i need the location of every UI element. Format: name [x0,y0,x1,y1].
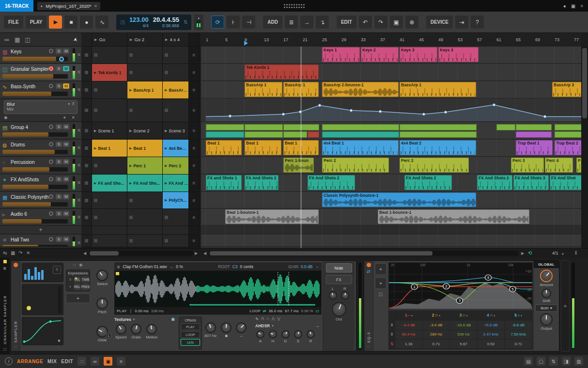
fx-tab[interactable]: FX [326,275,352,284]
record-arm-button[interactable] [49,211,53,216]
spread-icon[interactable]: ⇔ [315,264,320,269]
clip-slot[interactable]: ▶Scene 3 [163,122,189,140]
expr-pres[interactable]: PRES [81,284,90,290]
clip-slot[interactable] [127,64,163,81]
tap-tempo-icon[interactable]: ⇅ [184,20,187,25]
solo-button[interactable]: S [56,194,62,199]
play-start-value[interactable]: 0.00 ms [135,309,148,313]
grain-shape-icon[interactable]: ∩ [266,317,269,321]
expr-x[interactable]: X [67,276,73,283]
clip-stop-cell[interactable] [81,64,92,81]
launcher-stop-all-cell[interactable] [81,33,92,47]
eq5-device[interactable]: ⇄ EQ-5 ∷ + + ◫ 201001k10k+10-10-2012345 … [364,260,559,352]
position-beats[interactable]: 20.4.4.55 [153,16,179,23]
track-menu-icon[interactable]: ≡ [77,162,80,168]
glide-mode-badge[interactable]: L [106,333,111,338]
clip-slot[interactable] [163,64,189,81]
close-icon[interactable]: × [580,3,583,9]
ruler-tick[interactable]: 17 [283,37,288,42]
tempo-display[interactable]: 123.00 4/4 [129,16,149,28]
tempo-value[interactable]: 123.00 [129,16,149,23]
record-arm-button[interactable] [49,177,53,181]
ruler-tick[interactable]: 69 [535,37,540,42]
punch-in-button[interactable]: ⊦ [227,16,240,29]
ruler-tick[interactable]: 21 [303,37,308,42]
ruler-tick[interactable]: 5 [225,37,228,42]
launcher-scrollbar-handle[interactable] [90,251,119,256]
clip-slot[interactable]: ▶FX And Sho [163,175,189,192]
position-time[interactable]: 0:38.969 [153,23,179,28]
ruler-tick[interactable]: 1 [206,37,208,42]
solo-button[interactable]: S [56,159,62,164]
grain-shape-icon[interactable]: ⋁ [277,317,280,321]
bend-icon[interactable]: ↷ [18,250,22,256]
sample-file-icon[interactable]: ≣ [117,264,120,269]
arranger-clip[interactable]: BassArp 1 [400,82,476,97]
arranger-clip[interactable]: Trap Beat 1 [516,140,553,155]
tab-edit[interactable]: EDIT [61,359,73,364]
track-menu-icon[interactable]: ≡ [77,240,80,245]
solo-button[interactable]: S [56,176,62,182]
mute-button[interactable]: M [63,66,69,71]
arranger-clip[interactable]: Perc 4 [545,158,573,173]
arranger-clip[interactable]: Keys 3 [400,47,437,62]
clip-stop-cell[interactable] [81,226,92,235]
project-tab[interactable]: ▸ MyProject_16T_2020* × [37,2,100,10]
record-arm-button[interactable] [49,49,53,53]
arranger-scrollbar[interactable] [209,251,519,256]
arranger-clip[interactable]: Beat 1 [245,140,281,155]
insert-icon[interactable]: ↴ [316,16,329,29]
mod-star-icon[interactable]: ✱ [79,263,83,268]
env-knob-h[interactable]: H [269,330,277,343]
volume-fader[interactable] [2,245,68,247]
grain-shape-icon[interactable]: ⊓ [261,317,264,321]
eq-band-5-freq[interactable]: 7.59 kHz [505,330,532,340]
steps-modulator[interactable]: ⠿ [22,263,63,282]
clip-slot[interactable]: ▶Scene 2 [127,122,163,140]
clip-slot[interactable]: ▶FX and Sho... [92,175,127,192]
eq-band-2-gain[interactable]: -3.4 dB [423,320,450,330]
arranger-clip[interactable]: Beat 1-bounce-1 [225,209,319,224]
mute-button[interactable]: M [63,176,69,182]
clip-slot[interactable]: ▶FX And Sho... [127,175,163,192]
volume-fader[interactable] [2,167,68,172]
close-panel-icon[interactable]: ✕ [26,250,30,256]
sample-file-name[interactable]: Clap FM Gothen 01.wav [123,264,167,269]
eq-band-4-header[interactable]: 4◇▾ [478,311,505,320]
track-header-bass-synth[interactable]: ∿Bass-SynthSM≡ [0,81,81,98]
solo-button[interactable]: S [56,211,62,216]
arranger-clip[interactable]: Classic Polysynth-bounce-1 [322,192,476,207]
grain-width-knob[interactable]: ↔ [236,322,247,338]
grid-icon[interactable]: ▦ [11,250,15,256]
inspector-panel-icon[interactable]: ▢ [537,357,545,366]
launcher-scroll-right-icon[interactable]: ▶ [195,251,198,256]
eq-band-1-gain[interactable]: -4.4 dB [395,320,423,330]
eq5-add-modulator-1[interactable]: + [375,263,387,275]
restore-icon[interactable]: ▣ [571,3,575,9]
position-display[interactable]: 20.4.4.55 0:38.969 [153,16,179,28]
sample-waveform-display[interactable] [114,271,322,307]
textures-dropdown-icon[interactable]: ▾ [133,318,135,321]
audio-engine-icon[interactable]: ∿ [95,16,108,29]
snap-icon[interactable]: ⇆ [3,250,7,256]
add-device-slot[interactable]: + [561,260,570,352]
record-arm-button[interactable] [49,125,53,129]
launcher-lane-menu[interactable]: ≡ [189,235,200,247]
arranger-clip[interactable]: Keys 2 [361,47,399,62]
clip-stop-cell[interactable] [81,81,92,99]
minimize-icon[interactable]: ● [563,3,566,9]
track-header-classic-polysynth[interactable]: ▦Classic PolysynthSM≡ [0,192,81,208]
vertical-scrollbar-handle[interactable] [582,48,587,118]
record-arm-button[interactable] [49,194,53,199]
record-arm-button[interactable] [49,237,53,241]
clip-stop-cell[interactable] [81,235,92,247]
arranger-clip[interactable]: Perc 3 [511,158,544,173]
env-knob-d[interactable]: D [281,330,290,343]
launcher-lane-menu[interactable]: ≡ [189,81,200,99]
eq5-expand-icon[interactable]: ◫ [378,291,383,297]
arranger-scrollbar-handle[interactable] [210,251,433,256]
arranger-clip[interactable]: BassArp 1 [245,82,282,97]
scene-header-4-x-4[interactable]: ▶4 x 4 [163,33,189,47]
arranger-clip[interactable]: Trap Beat 2 [555,140,581,155]
clip-slot[interactable] [163,47,189,64]
